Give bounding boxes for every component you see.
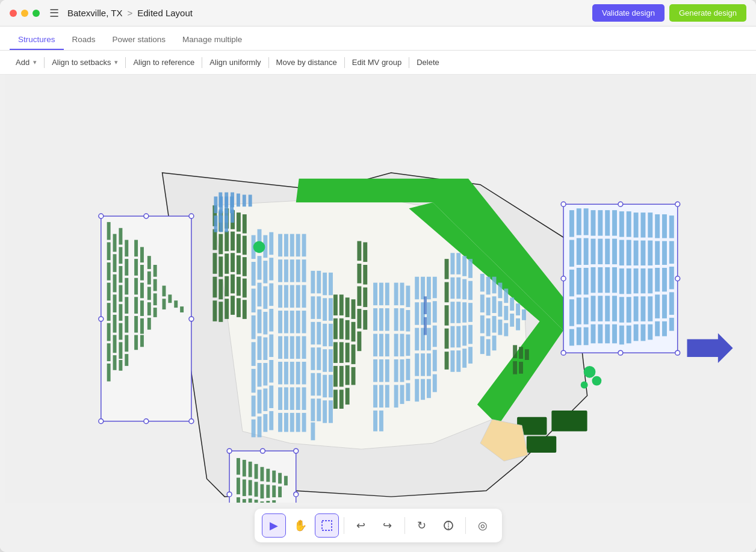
svg-rect-311 [357, 241, 361, 261]
svg-rect-295 [333, 366, 338, 387]
main-canvas[interactable] [0, 75, 756, 503]
toolbar-move-distance[interactable]: Move by distance [270, 54, 343, 70]
svg-point-339 [618, 202, 623, 206]
svg-rect-212 [427, 353, 431, 376]
svg-rect-408 [655, 268, 660, 292]
svg-rect-87 [263, 261, 267, 284]
marquee-tool-button[interactable] [315, 513, 339, 538]
redo-button[interactable]: ↪ [376, 513, 400, 538]
svg-rect-297 [339, 294, 344, 315]
svg-rect-329 [525, 349, 529, 360]
svg-rect-307 [352, 299, 356, 319]
svg-rect-454 [272, 485, 276, 497]
svg-rect-264 [212, 253, 217, 274]
svg-rect-52 [140, 283, 144, 299]
generate-design-button[interactable]: Generate design [669, 4, 746, 22]
svg-rect-130 [296, 336, 300, 359]
tab-roads[interactable]: Roads [64, 30, 104, 50]
svg-rect-28 [113, 355, 117, 370]
svg-rect-57 [147, 271, 151, 285]
svg-rect-287 [243, 214, 247, 234]
svg-rect-203 [415, 379, 419, 402]
svg-rect-239 [480, 274, 485, 292]
svg-rect-104 [278, 285, 282, 308]
svg-rect-271 [218, 302, 223, 322]
tab-power-stations[interactable]: Power stations [104, 30, 175, 50]
svg-rect-395 [634, 324, 639, 341]
svg-rect-348 [569, 270, 574, 296]
svg-rect-357 [584, 238, 589, 265]
svg-rect-171 [373, 385, 377, 408]
svg-rect-386 [627, 211, 631, 237]
svg-rect-123 [290, 362, 294, 385]
svg-rect-315 [357, 332, 361, 352]
svg-rect-110 [284, 234, 288, 257]
svg-rect-460 [527, 436, 556, 453]
validate-design-button[interactable]: Validate design [592, 4, 665, 22]
toolbar-align-setbacks[interactable]: Align to setbacks ▾ [46, 54, 124, 70]
svg-rect-93 [263, 414, 267, 432]
close-button[interactable] [10, 10, 17, 17]
svg-rect-236 [468, 303, 472, 322]
svg-rect-387 [627, 240, 631, 265]
toolbar-align-reference[interactable]: Align to reference [127, 54, 200, 70]
target-button[interactable]: ◎ [471, 513, 495, 538]
toolbar-edit-mv-group[interactable]: Edit MV group [346, 54, 407, 70]
svg-rect-120 [290, 285, 294, 308]
maximize-button[interactable] [33, 10, 40, 17]
svg-rect-230 [462, 279, 466, 300]
add-label: Add [16, 58, 29, 67]
svg-rect-435 [243, 460, 246, 477]
svg-rect-224 [456, 253, 460, 274]
svg-rect-56 [147, 256, 151, 269]
tab-manage-multiple[interactable]: Manage multiple [174, 30, 250, 50]
svg-rect-353 [577, 268, 581, 294]
svg-rect-211 [427, 328, 431, 351]
add-chevron: ▾ [33, 58, 37, 66]
minimize-button[interactable] [21, 10, 28, 17]
svg-rect-382 [619, 240, 624, 265]
svg-point-463 [584, 366, 596, 378]
svg-rect-149 [317, 271, 321, 294]
svg-rect-117 [284, 413, 288, 432]
svg-rect-251 [498, 283, 502, 299]
svg-rect-172 [373, 411, 377, 432]
svg-rect-279 [231, 253, 235, 272]
svg-rect-151 [317, 322, 321, 345]
svg-rect-417 [669, 241, 674, 264]
svg-point-12 [144, 419, 149, 424]
svg-rect-217 [433, 350, 437, 371]
toolbar-align-uniformly[interactable]: Align uniformly [203, 54, 267, 70]
svg-rect-92 [263, 388, 267, 411]
svg-rect-131 [296, 362, 300, 385]
svg-point-464 [592, 376, 602, 386]
rotate-button[interactable]: ↻ [410, 513, 434, 538]
select-tool-button[interactable]: ▶ [262, 513, 286, 538]
pan-tool-button[interactable]: ✋ [288, 513, 312, 538]
svg-rect-379 [612, 296, 617, 321]
svg-rect-32 [119, 285, 122, 302]
svg-rect-409 [655, 294, 660, 318]
svg-rect-314 [357, 309, 361, 329]
canvas-area[interactable] [0, 75, 756, 503]
svg-rect-350 [569, 329, 574, 346]
svg-rect-83 [258, 363, 262, 387]
svg-rect-29 [119, 228, 122, 245]
breadcrumb-separator: > [127, 8, 132, 18]
svg-rect-269 [218, 256, 223, 277]
svg-rect-457 [278, 486, 282, 497]
svg-rect-389 [627, 297, 631, 322]
tab-structures[interactable]: Structures [10, 30, 64, 50]
svg-rect-185 [394, 308, 398, 331]
flip-button[interactable] [436, 513, 460, 538]
svg-rect-180 [385, 308, 389, 331]
toolbar-add[interactable]: Add ▾ [10, 54, 43, 70]
menu-icon[interactable]: ☰ [49, 7, 59, 20]
toolbar-delete[interactable]: Delete [411, 54, 445, 70]
svg-rect-103 [278, 259, 282, 282]
svg-rect-191 [400, 334, 404, 357]
svg-rect-401 [648, 212, 652, 237]
undo-button[interactable]: ↩ [349, 513, 373, 538]
svg-rect-64 [153, 308, 157, 317]
svg-rect-244 [486, 297, 491, 315]
